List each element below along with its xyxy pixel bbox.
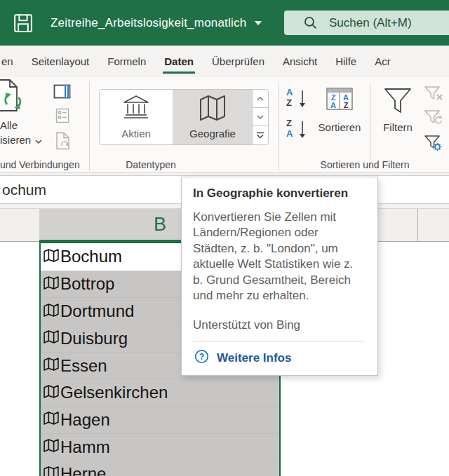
map-icon: [43, 303, 60, 320]
refresh-all-icon[interactable]: [0, 79, 28, 118]
column-header-d[interactable]: [417, 209, 449, 242]
chevron-down-icon: [35, 134, 42, 146]
table-row[interactable]: Hagen: [41, 406, 279, 433]
map-icon: [43, 329, 60, 347]
ribbon-tabs: enSeitenlayoutFormelnDatenÜberprüfenAnsi…: [0, 46, 400, 77]
search-label: Suchen (Alt+M): [329, 16, 412, 30]
learn-more-link[interactable]: Weitere Infos: [217, 351, 291, 365]
geography-datatype-button[interactable]: Geografie: [173, 90, 253, 144]
map-icon: [43, 438, 60, 456]
cell-value: Dortmund: [60, 301, 134, 321]
cell-value: Bottrop: [60, 274, 114, 294]
geography-tooltip: In Geographie konvertieren Konvertieren …: [181, 177, 378, 376]
gallery-scroll-up-button[interactable]: [253, 90, 268, 108]
cell-value: Hamm: [60, 437, 110, 457]
tab-acr[interactable]: Acr: [366, 46, 400, 77]
gallery-more-button[interactable]: [253, 126, 268, 144]
sort-ascending-icon[interactable]: AZ: [286, 87, 310, 111]
search-box[interactable]: Suchen (Alt+M): [284, 11, 449, 35]
group-divider: [279, 81, 279, 171]
stocks-label: Aktien: [100, 128, 173, 140]
question-circle-icon: ?: [194, 349, 209, 367]
stocks-datatype-button[interactable]: Aktien: [100, 90, 173, 144]
geography-label: Geografie: [173, 128, 253, 140]
table-row[interactable]: Herne: [41, 461, 279, 476]
workbook-title-menu[interactable]: Zeitreihe_Arbeitslosigkeit_monatlich: [51, 0, 262, 46]
filter-advanced-icon[interactable]: [424, 133, 443, 156]
properties-icon[interactable]: [53, 84, 71, 102]
filter-button-label[interactable]: Filtern: [363, 121, 433, 133]
table-row[interactable]: Hamm: [41, 433, 279, 461]
save-button[interactable]: [13, 13, 34, 34]
tooltip-body: Konvertieren Sie Zellen mit Ländern/Regi…: [193, 210, 366, 304]
refresh-all-label-line1[interactable]: Alle: [0, 119, 18, 131]
formula-bar-value: ochum: [2, 182, 46, 198]
column-header-a[interactable]: [0, 209, 39, 242]
tooltip-footer: ? Weitere Infos: [193, 341, 366, 375]
tab-seitenlayout[interactable]: Seitenlayout: [22, 46, 99, 77]
down-arrow-icon: [299, 89, 306, 111]
tab-en[interactable]: en: [0, 46, 22, 77]
search-icon: [303, 15, 318, 30]
table-row[interactable]: Gelsenkirchen: [41, 379, 279, 406]
excel-window: Zeitreihe_Arbeitslosigkeit_monatlich Suc…: [0, 0, 449, 476]
cell-value: Essen: [60, 356, 107, 376]
trifold-map-icon: [197, 94, 228, 125]
map-icon: [43, 276, 60, 293]
ribbon-tab-row: enSeitenlayoutFormelnDatenÜberprüfenAnsi…: [0, 46, 449, 77]
filter-clear-icon[interactable]: [424, 84, 443, 105]
group-label-datatypes: Datentypen: [109, 159, 193, 170]
group-divider: [89, 81, 90, 171]
ribbon: Alle isieren: [0, 77, 449, 173]
tab-formeln[interactable]: Formeln: [98, 46, 155, 77]
svg-text:Z: Z: [344, 101, 349, 109]
tooltip-attribution: Unterstützt von Bing: [193, 318, 366, 332]
data-types-gallery: Aktien Geografie: [99, 89, 269, 145]
tooltip-title: In Geographie konvertieren: [193, 186, 366, 200]
map-icon: [43, 465, 60, 476]
caret-down-icon: [255, 21, 262, 25]
cell-value: Hagen: [60, 410, 110, 430]
map-icon: [43, 357, 60, 374]
gallery-scrollbar: [252, 90, 268, 144]
title-bar: Zeitreihe_Arbeitslosigkeit_monatlich Suc…: [0, 0, 449, 46]
workbook-title: Zeitreihe_Arbeitslosigkeit_monatlich: [51, 16, 246, 30]
save-icon: [13, 24, 34, 36]
cell-value: Herne: [60, 464, 106, 476]
tab-überprüfen[interactable]: Überprüfen: [203, 46, 274, 77]
tab-hilfe[interactable]: Hilfe: [326, 46, 366, 77]
filter-reapply-icon[interactable]: [424, 108, 443, 129]
workbook-links-icon[interactable]: [55, 132, 71, 153]
cell-value: Duisburg: [60, 329, 128, 348]
cell-value: Bochum: [60, 247, 122, 266]
map-icon: [43, 411, 60, 428]
filter-icon[interactable]: [382, 84, 413, 119]
group-label-connections: und Verbindungen: [0, 159, 73, 170]
gallery-scroll-down-button[interactable]: [253, 108, 268, 126]
svg-text:A: A: [330, 101, 336, 109]
cell-value: Gelsenkirchen: [60, 383, 168, 402]
tab-daten[interactable]: Daten: [155, 46, 203, 77]
refresh-all-label-line2[interactable]: isieren: [0, 134, 42, 146]
tab-ansicht[interactable]: Ansicht: [274, 46, 326, 77]
group-label-sort-filter: Sortieren und Filtern: [309, 159, 421, 170]
bank-icon: [122, 94, 150, 123]
map-icon: [43, 384, 60, 402]
sort-dialog-icon[interactable]: Z A A Z: [325, 86, 354, 115]
workbook-properties-icon[interactable]: [55, 108, 69, 126]
svg-text:?: ?: [199, 352, 204, 362]
map-icon: [43, 248, 60, 266]
